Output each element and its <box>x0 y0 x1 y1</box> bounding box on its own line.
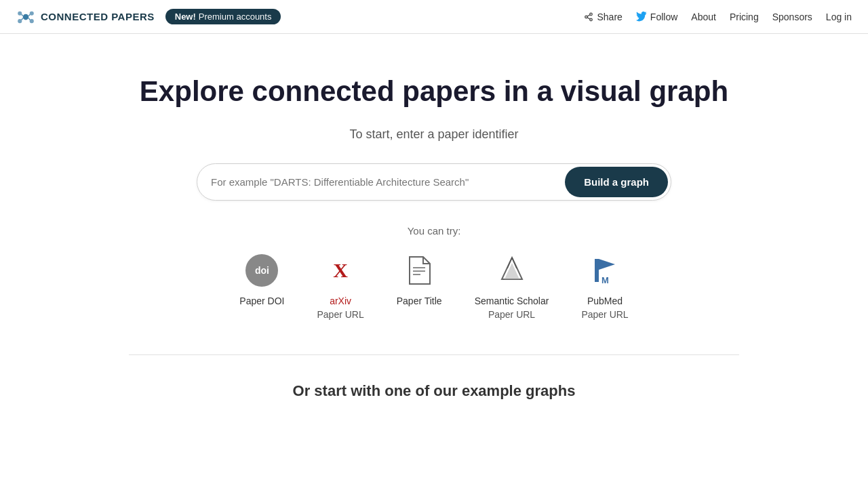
arxiv-label: arXiv Paper URL <box>317 295 363 321</box>
hero-subtitle: To start, enter a paper identifier <box>349 127 518 142</box>
follow-link[interactable]: Follow <box>636 12 677 22</box>
main-content: Explore connected papers in a visual gra… <box>0 34 868 427</box>
try-item-arxiv[interactable]: X arXiv Paper URL <box>317 253 363 321</box>
build-graph-button[interactable]: Build a graph <box>565 167 668 197</box>
arxiv-icon: X <box>333 259 348 282</box>
doi-icon: doi <box>245 254 278 287</box>
semantic-label: Semantic Scholar Paper URL <box>475 295 549 321</box>
about-label: About <box>691 12 716 22</box>
svg-line-7 <box>22 18 23 20</box>
doi-label: Paper DOI <box>239 295 284 308</box>
logo-icon <box>16 7 35 26</box>
svg-marker-22 <box>599 259 615 270</box>
svg-line-12 <box>587 17 590 18</box>
svg-line-5 <box>22 14 23 16</box>
pricing-link[interactable]: Pricing <box>730 12 759 22</box>
svg-line-6 <box>28 14 30 16</box>
twitter-icon <box>636 12 647 22</box>
logo-text: CONNECTED PAPERS <box>41 11 155 22</box>
pubmed-label: PubMed Paper URL <box>581 295 628 321</box>
svg-point-1 <box>18 11 22 15</box>
try-item-doi[interactable]: doi Paper DOI <box>239 253 284 308</box>
svg-point-2 <box>30 11 34 15</box>
you-can-try-label: You can try: <box>408 225 461 237</box>
try-item-semantic[interactable]: Semantic Scholar Paper URL <box>475 253 549 321</box>
premium-badge-button[interactable]: New! Premium accounts <box>165 9 281 24</box>
header-left: CONNECTED PAPERS New! Premium accounts <box>16 7 281 26</box>
hero-title: Explore connected papers in a visual gra… <box>140 75 728 108</box>
site-header: CONNECTED PAPERS New! Premium accounts S… <box>0 0 868 34</box>
search-row: Build a graph <box>197 163 671 201</box>
share-link[interactable]: Share <box>584 12 622 22</box>
doi-icon-wrap: doi <box>244 253 279 288</box>
svg-text:M: M <box>601 275 609 285</box>
search-input[interactable] <box>197 167 562 197</box>
share-icon <box>584 12 593 22</box>
try-item-pubmed[interactable]: M PubMed Paper URL <box>581 253 628 321</box>
logo-link[interactable]: CONNECTED PAPERS <box>16 7 155 26</box>
pricing-label: Pricing <box>730 12 759 22</box>
follow-label: Follow <box>650 12 677 22</box>
try-item-title[interactable]: Paper Title <box>397 253 442 308</box>
section-divider <box>129 354 739 355</box>
semantic-icon-wrap <box>494 253 530 288</box>
login-link[interactable]: Log in <box>826 12 852 22</box>
sponsors-link[interactable]: Sponsors <box>772 12 812 22</box>
svg-rect-21 <box>595 259 599 282</box>
pubmed-icon-wrap: M <box>587 253 623 288</box>
example-graphs-title: Or start with one of our example graphs <box>293 382 576 400</box>
svg-point-0 <box>23 14 29 20</box>
about-link[interactable]: About <box>691 12 716 22</box>
svg-marker-18 <box>505 263 519 279</box>
paper-title-icon <box>407 256 431 285</box>
sponsors-label: Sponsors <box>772 12 812 22</box>
arxiv-icon-wrap: X <box>323 253 358 288</box>
share-label: Share <box>597 12 622 22</box>
try-options: doi Paper DOI X arXiv Paper URL <box>239 253 628 321</box>
svg-line-8 <box>28 18 30 20</box>
paper-title-icon-wrap <box>401 253 437 288</box>
semantic-scholar-icon <box>496 255 528 286</box>
pubmed-icon: M <box>589 255 620 286</box>
premium-label: Premium accounts <box>199 12 272 22</box>
title-label: Paper Title <box>397 295 442 308</box>
new-label: New! <box>175 12 196 22</box>
login-label: Log in <box>826 12 852 22</box>
svg-line-13 <box>587 14 590 16</box>
header-right: Share Follow About Pricing Sponsors Log … <box>584 12 852 22</box>
